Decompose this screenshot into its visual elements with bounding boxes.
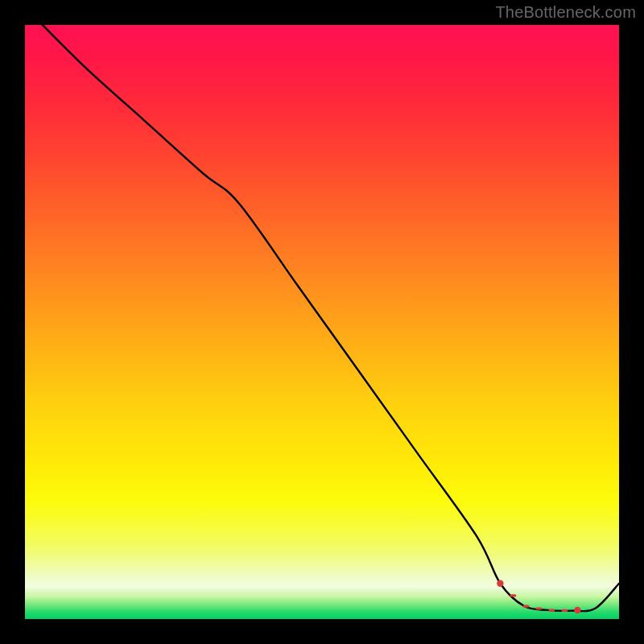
svg-point-1 — [574, 607, 580, 613]
svg-rect-4 — [535, 607, 542, 609]
optimal-zone-markers — [497, 580, 580, 614]
svg-rect-5 — [548, 609, 555, 611]
frame-border-left — [0, 0, 25, 644]
svg-rect-2 — [510, 594, 516, 597]
bottleneck-curve-line — [25, 25, 619, 611]
svg-rect-6 — [561, 609, 568, 612]
watermark-text: TheBottleneck.com — [495, 3, 636, 22]
svg-point-0 — [497, 580, 503, 587]
chart-plot-area — [25, 25, 619, 619]
frame-border-right — [619, 0, 644, 644]
svg-rect-3 — [522, 605, 529, 608]
chart-line-layer — [25, 25, 619, 619]
frame-border-bottom — [0, 619, 644, 644]
